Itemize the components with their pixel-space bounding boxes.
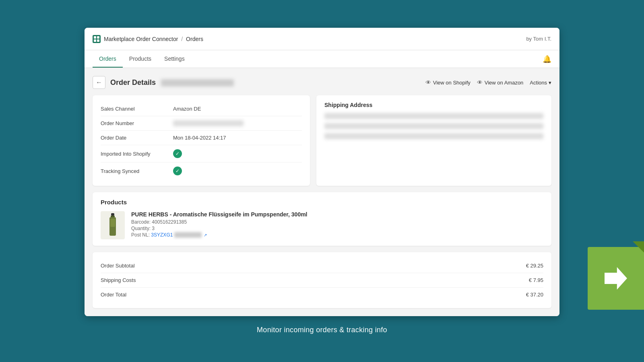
products-card: Products PURE HERBS - Aromatische Flüs	[93, 192, 551, 246]
order-header-actions: 👁 View on Shopify 👁 View on Amazon Actio…	[425, 79, 551, 86]
tab-orders[interactable]: Orders	[93, 50, 123, 68]
app-logo-icon	[93, 35, 101, 43]
svg-rect-3	[97, 39, 99, 42]
label-shipping-costs: Shipping Costs	[101, 277, 136, 283]
value-order-date: Mon 18-04-2022 14:17	[173, 135, 226, 141]
tracking-code: 3SYZXG1	[151, 232, 173, 238]
tracking-link[interactable]: 3SYZXG1 ████████	[151, 232, 203, 238]
tracking-code-blurred: ████████	[174, 232, 202, 238]
product-bottle-icon	[108, 213, 118, 237]
external-link-icon[interactable]: ↗	[204, 233, 207, 237]
label-tracking-synced: Tracking Synced	[101, 168, 173, 174]
shipping-panel: Shipping Address ██████████████ ████████…	[316, 95, 551, 186]
back-button[interactable]: ←	[93, 76, 105, 89]
breadcrumb-app[interactable]: Marketplace Order Connector	[104, 36, 178, 42]
nav-tabs: Orders Products Settings 🔔	[85, 50, 559, 68]
breadcrumb-separator: /	[181, 36, 183, 42]
eye-amazon-icon: 👁	[477, 79, 483, 86]
product-tracking: Post NL: 3SYZXG1 ████████ ↗	[131, 232, 543, 238]
value-imported-shopify: ✓	[173, 149, 182, 158]
view-on-shopify-button[interactable]: 👁 View on Shopify	[425, 79, 471, 86]
chevron-down-icon: ▾	[549, 80, 551, 86]
total-row-shipping: Shipping Costs € 7.95	[101, 273, 543, 288]
right-badge	[580, 241, 644, 314]
page-content: ← Order Details ████████████████ 👁 View …	[85, 68, 559, 316]
total-row-total: Order Total € 37.20	[101, 288, 543, 302]
value-shipping-costs: € 7.95	[529, 277, 543, 283]
cards-row: Sales Channel Amazon DE Order Number ███…	[93, 95, 551, 186]
actions-dropdown-button[interactable]: Actions ▾	[530, 80, 551, 86]
shipping-address-card: Shipping Address ██████████████ ████████…	[316, 95, 551, 186]
total-row-subtotal: Order Subtotal € 29.25	[101, 259, 543, 273]
tab-settings[interactable]: Settings	[158, 50, 191, 68]
product-image	[101, 211, 125, 239]
svg-rect-4	[111, 213, 114, 216]
label-imported-shopify: Imported Into Shopify	[101, 151, 173, 157]
tab-products[interactable]: Products	[123, 50, 158, 68]
badge-fold-icon	[633, 241, 644, 253]
breadcrumb-current[interactable]: Orders	[186, 36, 203, 42]
bottom-tagline: Monitor incoming orders & tracking info	[257, 326, 387, 334]
order-header: ← Order Details ████████████████ 👁 View …	[93, 76, 551, 89]
svg-rect-7	[110, 219, 115, 227]
shipping-title: Shipping Address	[324, 102, 543, 108]
value-order-total: € 37.20	[526, 292, 543, 298]
svg-rect-0	[94, 36, 96, 39]
shipping-line-3: ██	[324, 133, 543, 139]
nav-tabs-left: Orders Products Settings	[93, 50, 191, 68]
shipping-address-lines: ██████████████ ████████████████ ██	[324, 113, 543, 141]
main-card: Marketplace Order Connector / Orders by …	[85, 28, 559, 316]
info-row-tracking-synced: Tracking Synced ✓	[101, 162, 302, 179]
value-order-number: ███████████████████	[173, 120, 244, 126]
header-left: Marketplace Order Connector / Orders	[93, 35, 203, 43]
svg-rect-5	[111, 216, 115, 217]
svg-rect-1	[97, 36, 99, 39]
bell-icon[interactable]: 🔔	[543, 55, 551, 64]
order-header-left: ← Order Details ████████████████	[93, 76, 234, 89]
value-sales-channel: Amazon DE	[173, 106, 201, 112]
app-header: Marketplace Order Connector / Orders by …	[85, 28, 559, 50]
info-row-order-number: Order Number ███████████████████	[101, 116, 302, 131]
badge-arrow-icon	[605, 267, 627, 290]
page-background: Marketplace Order Connector / Orders by …	[0, 0, 644, 362]
product-row: PURE HERBS - Aromatische Flüssigseife im…	[101, 211, 543, 239]
value-tracking-synced: ✓	[173, 167, 182, 175]
badge-body	[588, 247, 644, 310]
eye-shopify-icon: 👁	[425, 79, 431, 86]
totals-card: Order Subtotal € 29.25 Shipping Costs € …	[93, 252, 551, 308]
svg-rect-2	[94, 39, 96, 42]
tracking-prefix: Post NL:	[131, 232, 151, 238]
products-section-title: Products	[101, 199, 543, 206]
view-on-amazon-button[interactable]: 👁 View on Amazon	[477, 79, 524, 86]
breadcrumb: Marketplace Order Connector / Orders	[104, 36, 203, 42]
shipping-line-2: ████████████████	[324, 123, 543, 129]
product-details: PURE HERBS - Aromatische Flüssigseife im…	[131, 211, 543, 239]
product-quantity: Quantity: 3	[131, 226, 543, 231]
label-order-number: Order Number	[101, 120, 173, 126]
order-info-card: Sales Channel Amazon DE Order Number ███…	[93, 95, 310, 186]
label-sales-channel: Sales Channel	[101, 106, 173, 112]
info-row-sales-channel: Sales Channel Amazon DE	[101, 102, 302, 116]
label-order-subtotal: Order Subtotal	[101, 263, 135, 269]
info-row-order-date: Order Date Mon 18-04-2022 14:17	[101, 131, 302, 145]
product-name: PURE HERBS - Aromatische Flüssigseife im…	[131, 211, 543, 218]
order-info-panel: Sales Channel Amazon DE Order Number ███…	[93, 95, 310, 186]
order-id: ████████████████	[161, 79, 234, 86]
value-order-subtotal: € 29.25	[526, 263, 543, 269]
info-row-imported-shopify: Imported Into Shopify ✓	[101, 145, 302, 162]
label-order-total: Order Total	[101, 292, 126, 298]
product-barcode: Barcode: 4005162291385	[131, 219, 543, 225]
shipping-line-1: ██████████████	[324, 113, 543, 119]
by-label: by Tom I.T.	[526, 36, 551, 42]
page-title: Order Details ████████████████	[110, 78, 234, 87]
label-order-date: Order Date	[101, 135, 173, 141]
